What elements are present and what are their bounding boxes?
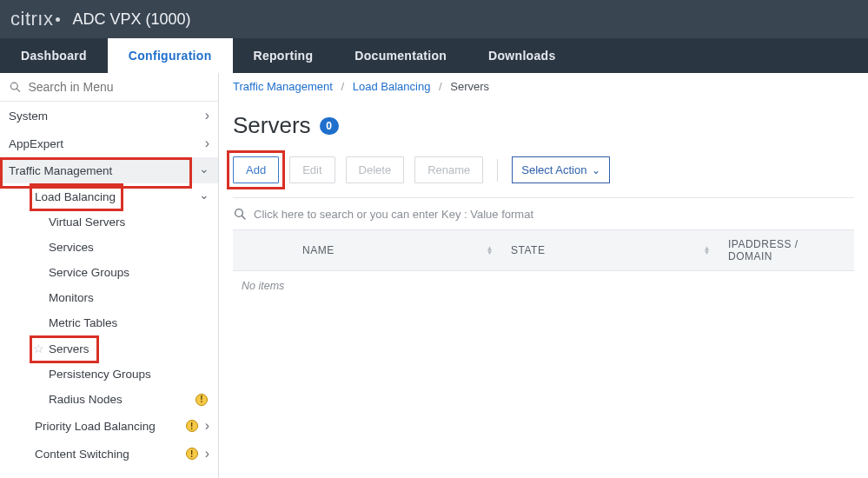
chevron-right-icon: [205, 136, 209, 151]
sidebar-item-service-groups[interactable]: Service Groups: [0, 260, 218, 285]
col-state[interactable]: STATE ▲▼: [502, 230, 719, 270]
sidebar-item-label: Servers: [49, 342, 209, 355]
chevron-right-icon: [205, 108, 209, 123]
tab-documentation[interactable]: Documentation: [334, 38, 467, 73]
rename-button[interactable]: Rename: [414, 156, 483, 183]
sort-icon: ▲▼: [487, 246, 494, 255]
sidebar-item-virtual-servers[interactable]: Virtual Servers: [0, 209, 218, 235]
content-pane: Traffic Management / Load Balancing / Se…: [219, 73, 868, 478]
sidebar-item-label: Priority Load Balancing: [35, 420, 186, 433]
select-action-dropdown[interactable]: Select Action ⌄: [512, 156, 610, 183]
sort-icon: ▲▼: [704, 246, 711, 255]
sidebar-item-label: Content Switching: [35, 448, 186, 461]
sidebar-item-services[interactable]: Services: [0, 235, 218, 260]
table-empty-text: No items: [233, 271, 854, 301]
sidebar-item-label: Radius Nodes: [49, 393, 195, 406]
breadcrumb: Traffic Management / Load Balancing / Se…: [233, 80, 854, 96]
page-title: Servers: [233, 112, 311, 139]
sidebar-item-monitors[interactable]: Monitors: [0, 285, 218, 310]
tab-dashboard[interactable]: Dashboard: [0, 38, 108, 73]
table-header: NAME ▲▼ STATE ▲▼ IPADDRESS / DOMAIN: [233, 229, 854, 271]
sidebar-item-label: Load Balancing: [35, 190, 199, 203]
count-badge: 0: [320, 117, 339, 135]
sidebar-item-label: Monitors: [49, 291, 209, 304]
breadcrumb-current: Servers: [450, 80, 489, 93]
sidebar-item-persistency-groups[interactable]: Persistency Groups: [0, 362, 218, 387]
select-action-label: Select Action: [521, 163, 586, 176]
menu-search-input[interactable]: [28, 80, 209, 94]
sidebar-item-system[interactable]: System: [0, 102, 218, 129]
menu-search[interactable]: [0, 73, 218, 102]
sidebar-item-priority-lb[interactable]: Priority Load Balancing !: [0, 412, 218, 440]
warning-icon: !: [186, 448, 198, 460]
chevron-right-icon: [205, 446, 209, 461]
warning-icon: !: [186, 420, 198, 432]
sidebar-item-content-switching[interactable]: Content Switching !: [0, 440, 218, 468]
nav-tree: System AppExpert Traffic Management Load…: [0, 102, 218, 468]
breadcrumb-link-lb[interactable]: Load Balancing: [353, 80, 431, 93]
col-label: IPADDRESS / DOMAIN: [728, 238, 845, 262]
chevron-right-icon: [205, 418, 209, 434]
star-icon: ☆: [33, 342, 45, 355]
main-nav: Dashboard Configuration Reporting Docume…: [0, 38, 868, 73]
sidebar-item-load-balancing[interactable]: Load Balancing: [0, 183, 218, 209]
sidebar-item-radius-nodes[interactable]: Radius Nodes !: [0, 387, 218, 412]
page-heading: Servers 0: [233, 112, 854, 139]
sidebar-item-label: AppExpert: [9, 137, 205, 150]
col-ip[interactable]: IPADDRESS / DOMAIN: [719, 230, 854, 270]
search-icon: [233, 207, 247, 221]
svg-line-1: [17, 89, 19, 91]
breadcrumb-link-traffic[interactable]: Traffic Management: [233, 80, 333, 93]
tab-configuration[interactable]: Configuration: [108, 38, 233, 73]
search-icon: [9, 80, 21, 94]
sidebar-item-label: System: [9, 110, 205, 123]
delete-button[interactable]: Delete: [346, 156, 405, 183]
col-name[interactable]: NAME ▲▼: [294, 230, 502, 270]
edit-button[interactable]: Edit: [289, 156, 335, 183]
chevron-down-icon: [199, 189, 209, 203]
brand-bar: citrıx ADC VPX (1000): [0, 0, 868, 38]
citrix-logo: citrıx: [10, 8, 60, 30]
chevron-down-icon: [199, 163, 209, 177]
sidebar-item-servers[interactable]: ☆ Servers: [0, 335, 218, 362]
svg-line-3: [242, 216, 245, 219]
sidebar-item-appexpert[interactable]: AppExpert: [0, 129, 218, 157]
tab-reporting[interactable]: Reporting: [233, 38, 335, 73]
table-search-placeholder: Click here to search or you can enter Ke…: [254, 208, 533, 221]
col-label: NAME: [302, 244, 335, 256]
col-label: STATE: [511, 244, 545, 256]
sidebar-item-metric-tables[interactable]: Metric Tables: [0, 310, 218, 335]
sidebar-item-label: Services: [49, 241, 209, 254]
warning-icon: !: [195, 394, 208, 406]
sidebar-item-label: Service Groups: [49, 266, 209, 279]
tab-downloads[interactable]: Downloads: [467, 38, 576, 73]
product-title: ADC VPX (1000): [72, 10, 190, 29]
sidebar-item-label: Metric Tables: [49, 316, 209, 329]
sidebar-item-label: Persistency Groups: [49, 368, 209, 381]
toolbar: Add Edit Delete Rename Select Action ⌄: [233, 156, 854, 198]
add-button[interactable]: Add: [233, 156, 279, 183]
col-select[interactable]: [233, 230, 294, 270]
toolbar-divider: [497, 159, 498, 182]
sidebar: System AppExpert Traffic Management Load…: [0, 73, 219, 478]
sidebar-item-label: Virtual Servers: [49, 216, 209, 229]
chevron-down-icon: ⌄: [592, 164, 600, 176]
sidebar-item-label: Traffic Management: [9, 164, 199, 177]
sidebar-item-traffic-management[interactable]: Traffic Management: [0, 157, 218, 183]
table-search[interactable]: Click here to search or you can enter Ke…: [233, 198, 854, 229]
